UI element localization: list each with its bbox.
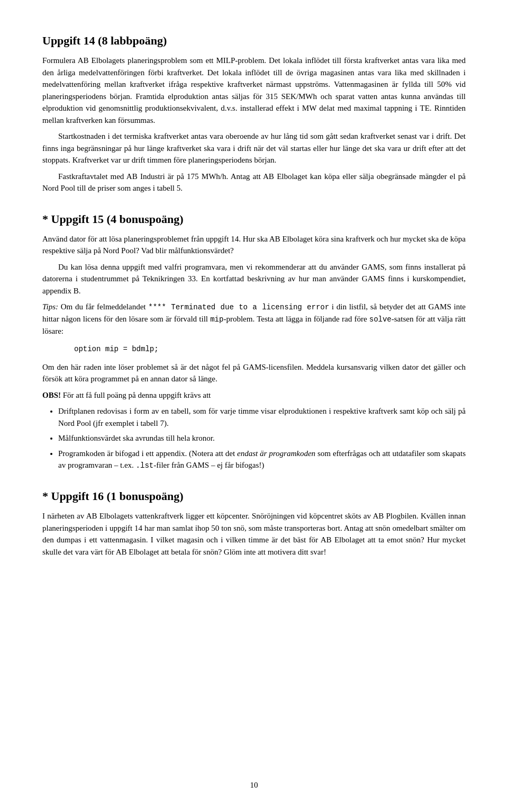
tips-prefix: Tips: bbox=[42, 302, 61, 311]
requirements-list: Driftplanen redovisas i form av en tabel… bbox=[58, 405, 466, 471]
title-uppgift14: Uppgift 14 (8 labbpoäng) bbox=[42, 32, 466, 49]
para-14-1: Formulera AB Elbolagets planeringsproble… bbox=[42, 55, 466, 126]
page-number: 10 bbox=[0, 779, 508, 791]
title-uppgift16: * Uppgift 16 (1 bonuspoäng) bbox=[42, 487, 466, 505]
para-15-after-code: Om den här raden inte löser problemet så… bbox=[42, 361, 466, 385]
obs-text: För att få full poäng på denna uppgift k… bbox=[63, 391, 211, 399]
tips-text1: Om du får felmeddelandet bbox=[61, 302, 149, 311]
obs-paragraph: OBS! För att få full poäng på denna uppg… bbox=[42, 389, 466, 401]
section-uppgift14: Uppgift 14 (8 labbpoäng) Formulera AB El… bbox=[42, 32, 466, 194]
bullet-item-3: Programkoden är bifogad i ett appendix. … bbox=[58, 448, 466, 472]
bullet-item-2: Målfunktionsvärdet ska avrundas till hel… bbox=[58, 432, 466, 444]
title-uppgift15: * Uppgift 15 (4 bonuspoäng) bbox=[42, 210, 466, 228]
bullet-3-italic: endast är programkoden bbox=[237, 449, 315, 458]
para-14-3: Fastkraftavtalet med AB Industri är på 1… bbox=[42, 171, 466, 194]
tips-code1: **** Terminated due to a licensing error bbox=[148, 303, 329, 311]
tips-paragraph: Tips: Om du får felmeddelandet **** Term… bbox=[42, 301, 466, 337]
obs-prefix: OBS! bbox=[42, 391, 63, 399]
page: Uppgift 14 (8 labbpoäng) Formulera AB El… bbox=[0, 0, 508, 812]
tips-code2: mip bbox=[210, 315, 223, 324]
code-option: option mip = bdmlp; bbox=[74, 344, 466, 355]
tips-text3: -problem. Testa att lägga in följande ra… bbox=[223, 315, 369, 323]
section-uppgift16: * Uppgift 16 (1 bonuspoäng) I närheten a… bbox=[42, 487, 466, 558]
section-uppgift15: * Uppgift 15 (4 bonuspoäng) Använd dator… bbox=[42, 210, 466, 472]
bullet-3-code: .lst bbox=[136, 461, 154, 470]
para-16-1: I närheten av AB Elbolagets vattenkraftv… bbox=[42, 510, 466, 558]
bullet-item-1: Driftplanen redovisas i form av en tabel… bbox=[58, 405, 466, 429]
para-15-2: Du kan lösa denna uppgift med valfri pro… bbox=[42, 261, 466, 297]
tips-code3: solve bbox=[369, 315, 392, 324]
para-15-1: Använd dator för att lösa planeringsprob… bbox=[42, 233, 466, 257]
bullet-3-text1: Programkoden är bifogad i ett appendix. … bbox=[58, 449, 237, 458]
bullet-3-text3: -filer från GAMS – ej får bifogas!) bbox=[153, 461, 264, 469]
para-14-2: Startkostnaden i det termiska kraftverke… bbox=[42, 130, 466, 166]
